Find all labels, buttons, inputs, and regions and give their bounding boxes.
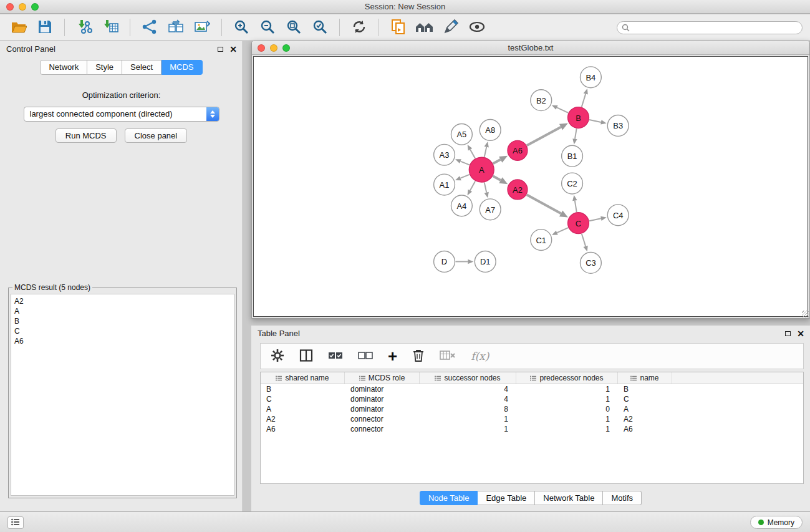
mcds-result-item[interactable]: C	[14, 326, 231, 336]
zoom-out-button[interactable]	[256, 17, 279, 38]
table-row[interactable]: A2connector11A2	[261, 414, 803, 424]
delete-table-icon[interactable]	[440, 350, 456, 363]
column-header-name[interactable]: name	[618, 372, 672, 384]
delete-column-icon[interactable]	[412, 349, 425, 364]
mcds-result-item[interactable]: A6	[14, 336, 231, 346]
table-row[interactable]: Bdominator41B	[261, 384, 803, 394]
zoom-in-button[interactable]	[230, 17, 253, 38]
graph-edge[interactable]	[572, 128, 577, 144]
minimize-window-button[interactable]	[19, 3, 26, 11]
graph-edge[interactable]	[493, 176, 508, 184]
zoom-window-button[interactable]	[31, 3, 39, 11]
graph-edge[interactable]	[485, 183, 489, 198]
tab-style[interactable]: Style	[87, 60, 122, 75]
new-network-button[interactable]	[138, 17, 161, 38]
run-mcds-button[interactable]: Run MCDS	[55, 128, 117, 143]
tab-node-table[interactable]: Node Table	[420, 491, 478, 505]
zoom-network-button[interactable]	[282, 44, 290, 52]
graph-node-C[interactable]: C	[568, 213, 589, 234]
table-row[interactable]: Cdominator41C	[261, 394, 803, 404]
close-panel-icon[interactable]: ✕	[229, 45, 237, 54]
graph-node-C2[interactable]: C2	[562, 173, 583, 194]
graph-edge[interactable]	[468, 181, 476, 195]
criterion-dropdown[interactable]: largest connected component (directed)	[24, 107, 219, 122]
home-button[interactable]	[413, 17, 436, 38]
graph-edge[interactable]	[582, 89, 588, 107]
float-panel-icon[interactable]	[785, 331, 791, 336]
graph-edge[interactable]	[468, 145, 475, 158]
tab-motifs[interactable]: Motifs	[603, 491, 642, 505]
close-panel-icon[interactable]: ✕	[797, 329, 804, 338]
graph-edge[interactable]	[552, 105, 568, 113]
graph-node-A1[interactable]: A1	[434, 174, 455, 195]
graph-node-A3[interactable]: A3	[434, 144, 455, 165]
network-window-titlebar[interactable]: testGlobe.txt	[252, 41, 809, 55]
mcds-result-list[interactable]: A2ABCA6	[11, 294, 234, 496]
mcds-result-item[interactable]: B	[14, 316, 231, 326]
column-header-predecessor-nodes[interactable]: predecessor nodes	[516, 372, 618, 384]
column-header-successor-nodes[interactable]: successor nodes	[420, 372, 516, 384]
graph-node-A5[interactable]: A5	[451, 123, 472, 145]
graph-edge[interactable]	[527, 195, 568, 217]
graph-edge[interactable]	[455, 159, 470, 165]
clone-network-button[interactable]	[387, 17, 410, 38]
settings-gear-icon[interactable]	[271, 349, 284, 364]
close-network-button[interactable]	[258, 44, 265, 52]
graph-node-D1[interactable]: D1	[475, 251, 496, 273]
graph-edge[interactable]	[589, 120, 607, 124]
graph-node-A2[interactable]: A2	[508, 180, 528, 200]
column-header-MCDS-role[interactable]: MCDS role	[345, 372, 420, 384]
close-window-button[interactable]	[6, 3, 14, 11]
graph-edge[interactable]	[485, 142, 489, 157]
graph-node-B4[interactable]: B4	[580, 67, 601, 88]
apply-layout-button[interactable]	[348, 17, 370, 38]
show-graphics-button[interactable]	[466, 17, 488, 38]
graph-node-B1[interactable]: B1	[562, 145, 583, 167]
mcds-result-item[interactable]: A	[14, 306, 231, 316]
graph-edge[interactable]	[455, 175, 470, 180]
graph-node-B3[interactable]: B3	[607, 115, 629, 137]
graph-node-A4[interactable]: A4	[451, 195, 472, 216]
deselect-all-checks-icon[interactable]	[358, 351, 373, 362]
import-table-button[interactable]	[99, 17, 122, 38]
graph-edge[interactable]	[455, 259, 473, 264]
column-visibility-icon[interactable]	[299, 349, 313, 364]
memory-button[interactable]: Memory	[750, 516, 803, 529]
resize-grip[interactable]	[802, 311, 809, 317]
mcds-result-item[interactable]: A2	[14, 296, 231, 306]
table-row[interactable]: Adominator80A	[261, 404, 803, 414]
zoom-selected-button[interactable]	[309, 17, 331, 38]
graph-edge[interactable]	[582, 234, 588, 252]
tab-network-table[interactable]: Network Table	[535, 491, 603, 505]
graph-node-D[interactable]: D	[434, 251, 455, 273]
graph-node-C4[interactable]: C4	[607, 205, 629, 226]
tab-edge-table[interactable]: Edge Table	[478, 491, 535, 505]
open-session-button[interactable]	[7, 17, 30, 38]
zoom-fit-button[interactable]	[282, 17, 305, 38]
graph-node-A8[interactable]: A8	[480, 120, 501, 141]
graph-edge[interactable]	[572, 195, 577, 212]
export-image-button[interactable]	[191, 17, 213, 38]
network-canvas[interactable]: B4B2BB3A5A8A6B1A3AC2A1A2A4A7C4CC1C3DD1	[253, 56, 808, 317]
show-panels-button[interactable]	[7, 516, 24, 529]
add-column-icon[interactable]: +	[388, 350, 397, 362]
graph-node-A6[interactable]: A6	[508, 140, 528, 160]
graph-node-C3[interactable]: C3	[580, 252, 601, 273]
close-panel-button[interactable]: Close panel	[125, 128, 188, 143]
graph-edge[interactable]	[589, 216, 607, 221]
select-all-checks-icon[interactable]	[328, 351, 343, 362]
minimize-network-button[interactable]	[270, 44, 277, 52]
save-session-button[interactable]	[34, 17, 56, 38]
annotation-button[interactable]	[440, 17, 462, 38]
column-header-shared-name[interactable]: shared name	[261, 372, 345, 384]
graph-edge[interactable]	[493, 156, 508, 164]
import-network-button[interactable]	[73, 17, 95, 38]
search-input[interactable]	[617, 21, 803, 34]
tab-network[interactable]: Network	[40, 60, 87, 75]
table-row[interactable]: A6connector11A6	[261, 424, 803, 434]
function-builder-icon[interactable]: f(x)	[471, 350, 489, 362]
graph-node-B[interactable]: B	[568, 107, 589, 128]
tab-mcds[interactable]: MCDS	[162, 60, 202, 75]
graph-node-A7[interactable]: A7	[480, 199, 501, 220]
graph-edge[interactable]	[552, 228, 568, 235]
